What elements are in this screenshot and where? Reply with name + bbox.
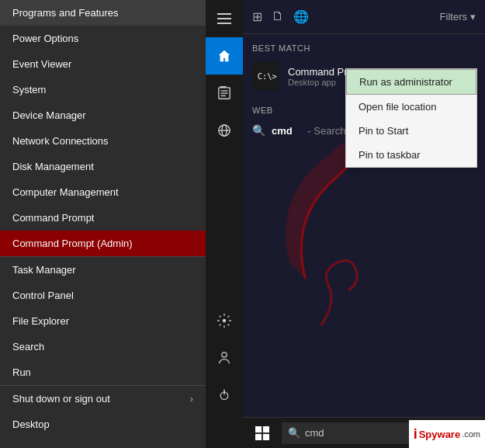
- svg-rect-17: [255, 426, 262, 432]
- svg-rect-20: [263, 433, 269, 439]
- context-open-file-location[interactable]: Open file location: [346, 95, 476, 119]
- search-panel: ⊞ 🗋 🌐 Filters ▾ Best match C:\>_ Command…: [243, 0, 485, 448]
- svg-rect-7: [221, 96, 226, 96]
- menu-item-run[interactable]: Run: [0, 359, 206, 385]
- cmd-icon: C:\>_: [252, 62, 280, 90]
- menu-item-event-viewer[interactable]: Event Viewer: [0, 51, 206, 77]
- context-pin-to-taskbar[interactable]: Pin to taskbar: [346, 143, 476, 167]
- menu-item-search[interactable]: Search: [0, 334, 206, 359]
- document-header-icon[interactable]: 🗋: [272, 9, 284, 24]
- settings-icon[interactable]: [206, 302, 243, 339]
- svg-rect-2: [217, 23, 231, 24]
- menu-item-command-prompt[interactable]: Command Prompt: [0, 205, 206, 231]
- context-pin-to-start[interactable]: Pin to Start: [346, 119, 476, 143]
- menu-item-shut-down[interactable]: Shut down or sign out ›: [0, 385, 206, 412]
- spyware-domain: .com: [462, 429, 480, 439]
- svg-rect-18: [263, 426, 269, 432]
- svg-rect-5: [221, 90, 228, 91]
- power-icon[interactable]: [206, 377, 243, 414]
- svg-point-12: [222, 352, 227, 357]
- svg-rect-19: [255, 433, 262, 439]
- menu-item-desktop[interactable]: Desktop: [0, 412, 206, 437]
- winx-menu: Programs and Features Power Options Even…: [0, 0, 206, 448]
- menu-item-programs[interactable]: Programs and Features: [0, 0, 206, 26]
- spyware-watermark: i Spyware .com: [409, 420, 485, 448]
- svg-rect-1: [217, 18, 231, 19]
- filters-button[interactable]: Filters ▾: [440, 11, 476, 23]
- search-header: ⊞ 🗋 🌐 Filters ▾: [243, 0, 485, 34]
- menu-item-task-manager[interactable]: Task Manager: [0, 256, 206, 283]
- menu-item-control-panel[interactable]: Control Panel: [0, 283, 206, 308]
- web-search-icon: 🔍: [252, 124, 265, 137]
- menu-item-network-connections[interactable]: Network Connections: [0, 128, 206, 154]
- best-match-header: Best match: [243, 40, 485, 56]
- spyware-name: Spyware: [419, 429, 460, 440]
- header-icons: ⊞ 🗋 🌐: [252, 9, 309, 24]
- hamburger-icon[interactable]: [206, 0, 243, 37]
- menu-item-device-manager[interactable]: Device Manager: [0, 102, 206, 128]
- svg-rect-6: [221, 93, 228, 94]
- menu-item-command-prompt-admin[interactable]: Command Prompt (Admin): [0, 231, 206, 256]
- chevron-right-icon: ›: [190, 393, 193, 405]
- start-button[interactable]: [249, 420, 275, 446]
- spyware-icon: i: [414, 426, 417, 443]
- user-icon[interactable]: [206, 339, 243, 377]
- taskbar-search-icon: 🔍: [288, 427, 300, 439]
- menu-item-system[interactable]: System: [0, 77, 206, 102]
- menu-item-file-explorer[interactable]: File Explorer: [0, 308, 206, 334]
- web-header-icon[interactable]: 🌐: [293, 9, 309, 24]
- menu-item-computer-management[interactable]: Computer Management: [0, 179, 206, 205]
- menu-item-power-options[interactable]: Power Options: [0, 26, 206, 51]
- context-menu: Run as administrator Open file location …: [345, 68, 477, 168]
- grid-icon[interactable]: ⊞: [252, 9, 262, 24]
- menu-item-disk-management[interactable]: Disk Management: [0, 154, 206, 179]
- start-sidebar: [206, 0, 243, 448]
- context-run-as-admin[interactable]: Run as administrator: [346, 69, 476, 95]
- svg-text:C:\>_: C:\>_: [258, 71, 277, 82]
- svg-point-11: [223, 319, 227, 323]
- home-icon[interactable]: [206, 37, 243, 75]
- svg-rect-0: [217, 13, 231, 15]
- globe-icon[interactable]: [206, 112, 243, 149]
- documents-icon[interactable]: [206, 75, 243, 112]
- chevron-down-icon: ▾: [470, 11, 476, 23]
